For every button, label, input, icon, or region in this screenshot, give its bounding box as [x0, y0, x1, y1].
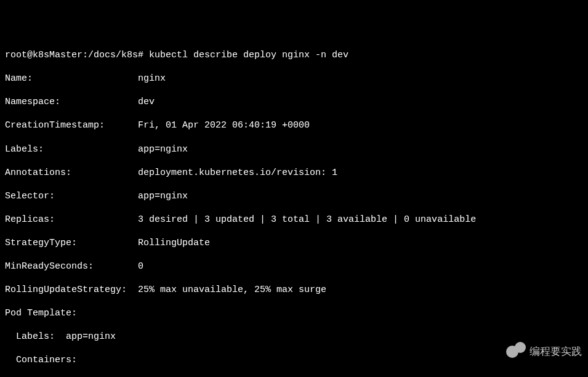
- watermark-text: 编程要实践: [530, 345, 582, 359]
- pod-template-containers: Containers:: [5, 354, 583, 366]
- field-annotations: Annotations: deployment.kubernetes.io/re…: [5, 167, 583, 179]
- field-namespace: Namespace: dev: [5, 96, 583, 108]
- command-text: kubectl describe deploy nginx -n dev: [149, 50, 348, 60]
- watermark: 编程要实践: [506, 342, 582, 362]
- field-labels: Labels: app=nginx: [5, 144, 583, 155]
- pod-template-labels: Labels: app=nginx: [5, 331, 583, 343]
- field-creation-timestamp: CreationTimestamp: Fri, 01 Apr 2022 06:4…: [5, 120, 583, 131]
- field-name: Name: nginx: [5, 73, 583, 84]
- wechat-icon: [506, 342, 526, 362]
- prompt: root@k8sMaster:/docs/k8s#: [5, 50, 143, 60]
- field-selector: Selector: app=nginx: [5, 190, 583, 202]
- field-replicas: Replicas: 3 desired | 3 updated | 3 tota…: [5, 214, 583, 225]
- field-strategy-type: StrategyType: RollingUpdate: [5, 237, 583, 249]
- prompt-line: root@k8sMaster:/docs/k8s# kubectl descri…: [5, 49, 583, 61]
- field-min-ready-seconds: MinReadySeconds: 0: [5, 261, 583, 272]
- pod-template-header: Pod Template:: [5, 307, 583, 319]
- field-rolling-update-strategy: RollingUpdateStrategy: 25% max unavailab…: [5, 284, 583, 296]
